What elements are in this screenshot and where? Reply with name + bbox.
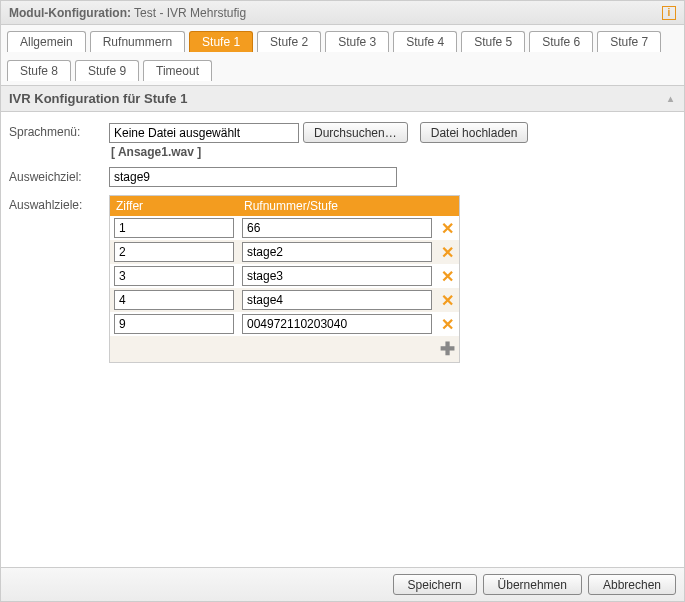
sprachmenu-row: Sprachmenü: Durchsuchen… Datei hochladen… <box>9 122 676 159</box>
save-button[interactable]: Speichern <box>393 574 477 595</box>
window-header: Modul-Konfiguration: Test - IVR Mehrstuf… <box>1 1 684 25</box>
table-row: ✕ <box>110 264 460 288</box>
table-row: ✕ <box>110 312 460 336</box>
tab-allgemein[interactable]: Allgemein <box>7 31 86 52</box>
col-ziffer: Ziffer <box>110 196 239 217</box>
tab-stufe-2[interactable]: Stufe 2 <box>257 31 321 52</box>
delete-row-icon[interactable]: ✕ <box>436 264 460 288</box>
table-row: ✕ <box>110 288 460 312</box>
delete-row-icon[interactable]: ✕ <box>436 288 460 312</box>
window-title: Modul-Konfiguration: Test - IVR Mehrstuf… <box>9 6 246 20</box>
title-value: Test - IVR Mehrstufig <box>134 6 246 20</box>
rufnummer-input[interactable] <box>242 290 432 310</box>
upload-button[interactable]: Datei hochladen <box>420 122 529 143</box>
cancel-button[interactable]: Abbrechen <box>588 574 676 595</box>
targets-table: Ziffer Rufnummer/Stufe ✕✕✕✕✕ ✚ <box>109 195 460 363</box>
auswahlziele-row: Auswahlziele: Ziffer Rufnummer/Stufe ✕✕✕… <box>9 195 676 363</box>
file-hint: [ Ansage1.wav ] <box>111 145 528 159</box>
tab-bar: AllgemeinRufnummernStufe 1Stufe 2Stufe 3… <box>1 25 684 86</box>
rufnummer-input[interactable] <box>242 266 432 286</box>
rufnummer-input[interactable] <box>242 218 432 238</box>
browse-button[interactable]: Durchsuchen… <box>303 122 408 143</box>
delete-row-icon[interactable]: ✕ <box>436 240 460 264</box>
tab-stufe-8[interactable]: Stufe 8 <box>7 60 71 81</box>
rufnummer-input[interactable] <box>242 314 432 334</box>
scroll-up-icon[interactable]: ▴ <box>664 93 676 104</box>
title-prefix: Modul-Konfiguration: <box>9 6 131 20</box>
ziffer-input[interactable] <box>114 314 234 334</box>
apply-button[interactable]: Übernehmen <box>483 574 582 595</box>
tab-stufe-1[interactable]: Stufe 1 <box>189 31 253 52</box>
ziffer-input[interactable] <box>114 290 234 310</box>
tab-stufe-3[interactable]: Stufe 3 <box>325 31 389 52</box>
tab-stufe-6[interactable]: Stufe 6 <box>529 31 593 52</box>
table-row: ✕ <box>110 240 460 264</box>
auswahlziele-label: Auswahlziele: <box>9 195 109 212</box>
tab-stufe-4[interactable]: Stufe 4 <box>393 31 457 52</box>
ziffer-input[interactable] <box>114 266 234 286</box>
section-title: IVR Konfiguration für Stufe 1 <box>9 91 187 106</box>
tab-stufe-7[interactable]: Stufe 7 <box>597 31 661 52</box>
form-content: Sprachmenü: Durchsuchen… Datei hochladen… <box>1 112 684 381</box>
rufnummer-input[interactable] <box>242 242 432 262</box>
table-row: ✕ <box>110 216 460 240</box>
tab-stufe-9[interactable]: Stufe 9 <box>75 60 139 81</box>
sprachmenu-controls: Durchsuchen… Datei hochladen [ Ansage1.w… <box>109 122 528 159</box>
tab-rufnummern[interactable]: Rufnummern <box>90 31 185 52</box>
tab-timeout[interactable]: Timeout <box>143 60 212 81</box>
col-rufnummer: Rufnummer/Stufe <box>238 196 436 217</box>
delete-row-icon[interactable]: ✕ <box>436 312 460 336</box>
sprachmenu-label: Sprachmenü: <box>9 122 109 139</box>
info-icon[interactable]: i <box>662 6 676 20</box>
delete-row-icon[interactable]: ✕ <box>436 216 460 240</box>
ausweichziel-row: Ausweichziel: <box>9 167 676 187</box>
footer-bar: Speichern Übernehmen Abbrechen <box>1 567 684 601</box>
tab-stufe-5[interactable]: Stufe 5 <box>461 31 525 52</box>
add-row-icon[interactable]: ✚ <box>436 336 460 363</box>
file-display-input[interactable] <box>109 123 299 143</box>
ziffer-input[interactable] <box>114 218 234 238</box>
section-header: IVR Konfiguration für Stufe 1 ▴ <box>1 86 684 112</box>
col-actions <box>436 196 460 217</box>
ausweichziel-input[interactable] <box>109 167 397 187</box>
ausweichziel-label: Ausweichziel: <box>9 167 109 184</box>
ziffer-input[interactable] <box>114 242 234 262</box>
